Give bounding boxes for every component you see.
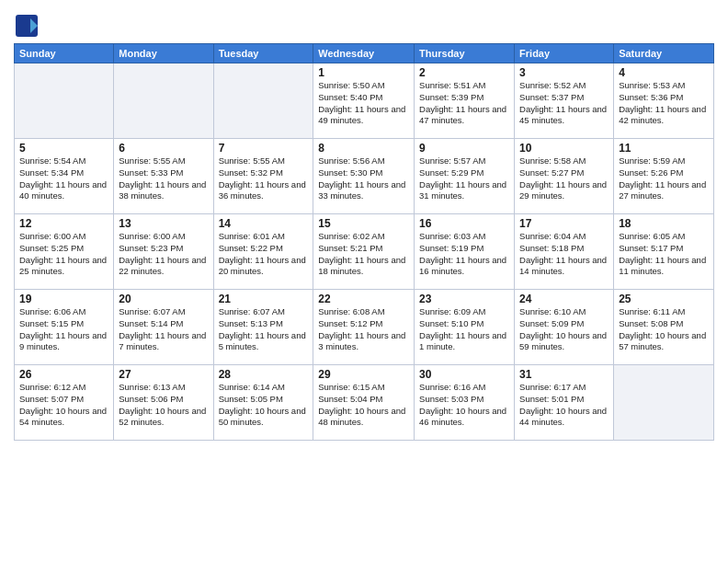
day-number: 21 bbox=[219, 293, 309, 305]
day-number: 23 bbox=[419, 293, 509, 305]
header bbox=[14, 9, 714, 39]
day-cell: 16Sunrise: 6:03 AM Sunset: 5:19 PM Dayli… bbox=[415, 214, 515, 290]
header-row: SundayMondayTuesdayWednesdayThursdayFrid… bbox=[15, 44, 714, 63]
day-cell: 5Sunrise: 5:54 AM Sunset: 5:34 PM Daylig… bbox=[15, 139, 114, 214]
day-info: Sunrise: 6:02 AM Sunset: 5:21 PM Dayligh… bbox=[318, 231, 409, 278]
day-number: 24 bbox=[519, 293, 609, 305]
day-cell: 25Sunrise: 6:11 AM Sunset: 5:08 PM Dayli… bbox=[614, 290, 714, 365]
day-info: Sunrise: 6:05 AM Sunset: 5:17 PM Dayligh… bbox=[619, 231, 709, 278]
day-number: 13 bbox=[119, 217, 208, 230]
day-info: Sunrise: 5:54 AM Sunset: 5:34 PM Dayligh… bbox=[19, 155, 108, 202]
day-cell: 21Sunrise: 6:07 AM Sunset: 5:13 PM Dayli… bbox=[213, 290, 313, 365]
day-number: 25 bbox=[619, 293, 709, 305]
day-info: Sunrise: 6:17 AM Sunset: 5:01 PM Dayligh… bbox=[519, 382, 609, 429]
col-header-friday: Friday bbox=[515, 44, 614, 63]
col-header-wednesday: Wednesday bbox=[313, 44, 415, 63]
day-cell: 26Sunrise: 6:12 AM Sunset: 5:07 PM Dayli… bbox=[15, 365, 114, 441]
day-info: Sunrise: 6:01 AM Sunset: 5:22 PM Dayligh… bbox=[219, 231, 309, 278]
day-number: 12 bbox=[19, 217, 108, 230]
week-row-1: 1Sunrise: 5:50 AM Sunset: 5:40 PM Daylig… bbox=[15, 63, 714, 139]
day-info: Sunrise: 5:59 AM Sunset: 5:26 PM Dayligh… bbox=[619, 155, 709, 202]
day-cell: 2Sunrise: 5:51 AM Sunset: 5:39 PM Daylig… bbox=[415, 63, 515, 139]
day-cell: 22Sunrise: 6:08 AM Sunset: 5:12 PM Dayli… bbox=[313, 290, 415, 365]
day-cell: 10Sunrise: 5:58 AM Sunset: 5:27 PM Dayli… bbox=[515, 139, 614, 214]
day-number: 1 bbox=[318, 66, 409, 79]
week-row-4: 19Sunrise: 6:06 AM Sunset: 5:15 PM Dayli… bbox=[15, 290, 714, 365]
day-number: 22 bbox=[318, 293, 409, 305]
col-header-saturday: Saturday bbox=[614, 44, 714, 63]
day-cell: 7Sunrise: 5:55 AM Sunset: 5:32 PM Daylig… bbox=[213, 139, 313, 214]
week-row-5: 26Sunrise: 6:12 AM Sunset: 5:07 PM Dayli… bbox=[15, 365, 714, 441]
day-cell: 14Sunrise: 6:01 AM Sunset: 5:22 PM Dayli… bbox=[213, 214, 313, 290]
day-cell: 23Sunrise: 6:09 AM Sunset: 5:10 PM Dayli… bbox=[415, 290, 515, 365]
day-cell bbox=[614, 365, 714, 441]
day-number: 28 bbox=[219, 368, 309, 381]
day-info: Sunrise: 6:10 AM Sunset: 5:09 PM Dayligh… bbox=[519, 306, 609, 353]
logo-icon bbox=[14, 13, 40, 39]
day-cell bbox=[213, 63, 313, 139]
day-cell bbox=[15, 63, 114, 139]
day-info: Sunrise: 5:55 AM Sunset: 5:33 PM Dayligh… bbox=[119, 155, 208, 202]
day-cell: 29Sunrise: 6:15 AM Sunset: 5:04 PM Dayli… bbox=[313, 365, 415, 441]
day-info: Sunrise: 6:07 AM Sunset: 5:13 PM Dayligh… bbox=[219, 306, 309, 353]
day-info: Sunrise: 5:51 AM Sunset: 5:39 PM Dayligh… bbox=[419, 80, 509, 127]
day-number: 2 bbox=[419, 66, 509, 79]
day-number: 31 bbox=[519, 368, 609, 381]
day-info: Sunrise: 6:16 AM Sunset: 5:03 PM Dayligh… bbox=[419, 382, 509, 429]
day-number: 3 bbox=[519, 66, 609, 79]
day-info: Sunrise: 6:03 AM Sunset: 5:19 PM Dayligh… bbox=[419, 231, 509, 278]
day-number: 29 bbox=[318, 368, 409, 381]
day-info: Sunrise: 6:15 AM Sunset: 5:04 PM Dayligh… bbox=[318, 382, 409, 429]
day-info: Sunrise: 6:13 AM Sunset: 5:06 PM Dayligh… bbox=[119, 382, 208, 429]
logo bbox=[14, 13, 42, 39]
day-number: 26 bbox=[19, 368, 108, 381]
day-cell: 6Sunrise: 5:55 AM Sunset: 5:33 PM Daylig… bbox=[114, 139, 213, 214]
day-info: Sunrise: 5:50 AM Sunset: 5:40 PM Dayligh… bbox=[318, 80, 409, 127]
day-number: 9 bbox=[419, 142, 509, 155]
day-cell: 11Sunrise: 5:59 AM Sunset: 5:26 PM Dayli… bbox=[614, 139, 714, 214]
day-number: 11 bbox=[619, 142, 709, 155]
col-header-tuesday: Tuesday bbox=[213, 44, 313, 63]
day-info: Sunrise: 6:08 AM Sunset: 5:12 PM Dayligh… bbox=[318, 306, 409, 353]
day-cell: 3Sunrise: 5:52 AM Sunset: 5:37 PM Daylig… bbox=[515, 63, 614, 139]
day-info: Sunrise: 6:00 AM Sunset: 5:23 PM Dayligh… bbox=[119, 231, 208, 278]
day-cell: 19Sunrise: 6:06 AM Sunset: 5:15 PM Dayli… bbox=[15, 290, 114, 365]
day-cell: 20Sunrise: 6:07 AM Sunset: 5:14 PM Dayli… bbox=[114, 290, 213, 365]
day-info: Sunrise: 6:00 AM Sunset: 5:25 PM Dayligh… bbox=[19, 231, 108, 278]
day-cell: 13Sunrise: 6:00 AM Sunset: 5:23 PM Dayli… bbox=[114, 214, 213, 290]
day-info: Sunrise: 5:55 AM Sunset: 5:32 PM Dayligh… bbox=[219, 155, 309, 202]
col-header-monday: Monday bbox=[114, 44, 213, 63]
day-info: Sunrise: 5:58 AM Sunset: 5:27 PM Dayligh… bbox=[519, 155, 609, 202]
day-info: Sunrise: 5:56 AM Sunset: 5:30 PM Dayligh… bbox=[318, 155, 409, 202]
day-info: Sunrise: 6:04 AM Sunset: 5:18 PM Dayligh… bbox=[519, 231, 609, 278]
day-number: 4 bbox=[619, 66, 709, 79]
col-header-thursday: Thursday bbox=[415, 44, 515, 63]
day-info: Sunrise: 6:11 AM Sunset: 5:08 PM Dayligh… bbox=[619, 306, 709, 353]
day-number: 19 bbox=[19, 293, 108, 305]
day-cell: 1Sunrise: 5:50 AM Sunset: 5:40 PM Daylig… bbox=[313, 63, 415, 139]
day-number: 18 bbox=[619, 217, 709, 230]
day-info: Sunrise: 6:07 AM Sunset: 5:14 PM Dayligh… bbox=[119, 306, 208, 353]
day-number: 17 bbox=[519, 217, 609, 230]
day-cell: 15Sunrise: 6:02 AM Sunset: 5:21 PM Dayli… bbox=[313, 214, 415, 290]
day-cell: 4Sunrise: 5:53 AM Sunset: 5:36 PM Daylig… bbox=[614, 63, 714, 139]
day-cell: 28Sunrise: 6:14 AM Sunset: 5:05 PM Dayli… bbox=[213, 365, 313, 441]
day-cell: 27Sunrise: 6:13 AM Sunset: 5:06 PM Dayli… bbox=[114, 365, 213, 441]
week-row-2: 5Sunrise: 5:54 AM Sunset: 5:34 PM Daylig… bbox=[15, 139, 714, 214]
day-cell: 30Sunrise: 6:16 AM Sunset: 5:03 PM Dayli… bbox=[415, 365, 515, 441]
calendar-table: SundayMondayTuesdayWednesdayThursdayFrid… bbox=[14, 43, 714, 441]
day-cell: 8Sunrise: 5:56 AM Sunset: 5:30 PM Daylig… bbox=[313, 139, 415, 214]
day-cell: 17Sunrise: 6:04 AM Sunset: 5:18 PM Dayli… bbox=[515, 214, 614, 290]
day-cell: 9Sunrise: 5:57 AM Sunset: 5:29 PM Daylig… bbox=[415, 139, 515, 214]
day-info: Sunrise: 5:53 AM Sunset: 5:36 PM Dayligh… bbox=[619, 80, 709, 127]
day-number: 27 bbox=[119, 368, 208, 381]
day-info: Sunrise: 5:57 AM Sunset: 5:29 PM Dayligh… bbox=[419, 155, 509, 202]
day-number: 20 bbox=[119, 293, 208, 305]
day-number: 14 bbox=[219, 217, 309, 230]
day-info: Sunrise: 6:12 AM Sunset: 5:07 PM Dayligh… bbox=[19, 382, 108, 429]
week-row-3: 12Sunrise: 6:00 AM Sunset: 5:25 PM Dayli… bbox=[15, 214, 714, 290]
day-number: 30 bbox=[419, 368, 509, 381]
day-info: Sunrise: 6:06 AM Sunset: 5:15 PM Dayligh… bbox=[19, 306, 108, 353]
day-info: Sunrise: 6:09 AM Sunset: 5:10 PM Dayligh… bbox=[419, 306, 509, 353]
day-info: Sunrise: 6:14 AM Sunset: 5:05 PM Dayligh… bbox=[219, 382, 309, 429]
